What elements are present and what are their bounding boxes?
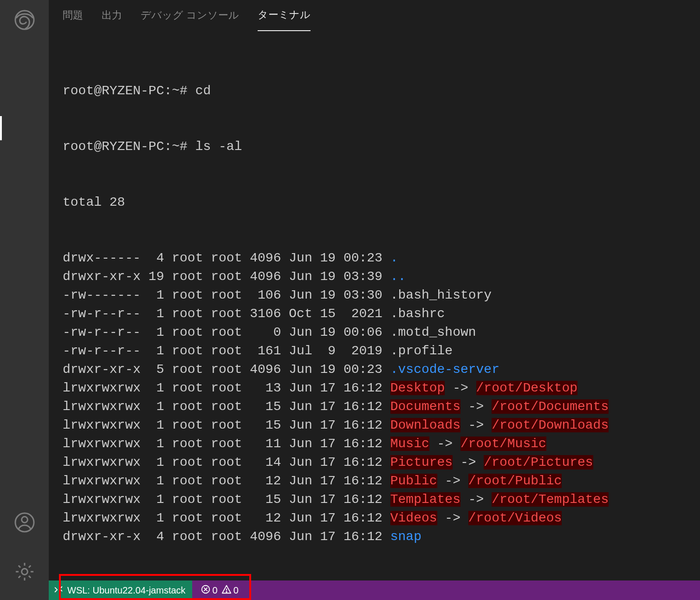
warning-triangle-icon xyxy=(221,584,232,597)
remote-label: WSL: Ubuntu22.04-jamstack xyxy=(67,585,186,596)
tab-problems[interactable]: 問題 xyxy=(63,8,83,31)
status-errors-count: 0 xyxy=(213,585,218,596)
account-icon[interactable] xyxy=(10,508,39,537)
error-circle-icon xyxy=(201,584,211,597)
remote-icon xyxy=(53,584,64,597)
terminal-line: lrwxrwxrwx 1 root root 11 Jun 17 16:12 M… xyxy=(63,435,686,453)
terminal-line: drwxr-xr-x 19 root root 4096 Jun 19 03:3… xyxy=(63,267,686,286)
terminal-line: lrwxrwxrwx 1 root root 15 Jun 17 16:12 D… xyxy=(63,398,686,416)
panel-tabs: 問題 出力 デバッグ コンソール ターミナル xyxy=(49,0,700,31)
status-bar: WSL: Ubuntu22.04-jamstack 0 0 xyxy=(49,580,700,600)
terminal-line: total 28 xyxy=(63,193,686,212)
status-errors[interactable]: 0 xyxy=(201,584,218,597)
panel-area: 問題 出力 デバッグ コンソール ターミナル root@RYZEN-PC:~# … xyxy=(49,0,700,600)
terminal-viewport[interactable]: root@RYZEN-PC:~# cd root@RYZEN-PC:~# ls … xyxy=(49,31,700,600)
terminal-line: root@RYZEN-PC:~# cd xyxy=(63,82,686,100)
terminal-line: drwxr-xr-x 4 root root 4096 Jun 17 16:12… xyxy=(63,528,686,546)
tab-output[interactable]: 出力 xyxy=(102,8,122,31)
remote-indicator[interactable]: WSL: Ubuntu22.04-jamstack xyxy=(49,580,192,600)
status-warnings[interactable]: 0 xyxy=(221,584,239,597)
gear-icon[interactable] xyxy=(10,557,39,586)
svg-point-5 xyxy=(226,591,227,592)
edge-icon[interactable] xyxy=(10,6,39,34)
terminal-line: lrwxrwxrwx 1 root root 12 Jun 17 16:12 P… xyxy=(63,472,686,490)
activity-bar xyxy=(0,0,49,600)
terminal-line: lrwxrwxrwx 1 root root 13 Jun 17 16:12 D… xyxy=(63,379,686,398)
terminal-line: drwx------ 4 root root 4096 Jun 19 00:23… xyxy=(63,249,686,267)
terminal-line: -rw-r--r-- 1 root root 161 Jul 9 2019 .p… xyxy=(63,342,686,360)
terminal-line: lrwxrwxrwx 1 root root 12 Jun 17 16:12 V… xyxy=(63,509,686,528)
terminal-line: drwxr-xr-x 5 root root 4096 Jun 19 00:23… xyxy=(63,360,686,379)
terminal-line: -rw------- 1 root root 106 Jun 19 03:30 … xyxy=(63,286,686,305)
terminal-line: -rw-r--r-- 1 root root 3106 Oct 15 2021 … xyxy=(63,305,686,323)
tab-debug-console[interactable]: デバッグ コンソール xyxy=(141,8,239,31)
terminal-line: root@RYZEN-PC:~# ls -al xyxy=(63,137,686,156)
terminal-line: -rw-r--r-- 1 root root 0 Jun 19 00:06 .m… xyxy=(63,323,686,342)
terminal-line: lrwxrwxrwx 1 root root 14 Jun 17 16:12 P… xyxy=(63,453,686,472)
svg-point-3 xyxy=(21,569,27,575)
tab-terminal[interactable]: ターミナル xyxy=(258,8,311,31)
svg-point-2 xyxy=(21,517,27,523)
status-warnings-count: 0 xyxy=(233,585,239,596)
terminal-line: lrwxrwxrwx 1 root root 15 Jun 17 16:12 T… xyxy=(63,490,686,509)
terminal-line: lrwxrwxrwx 1 root root 15 Jun 17 16:12 D… xyxy=(63,416,686,435)
activity-active-indicator xyxy=(0,116,2,140)
